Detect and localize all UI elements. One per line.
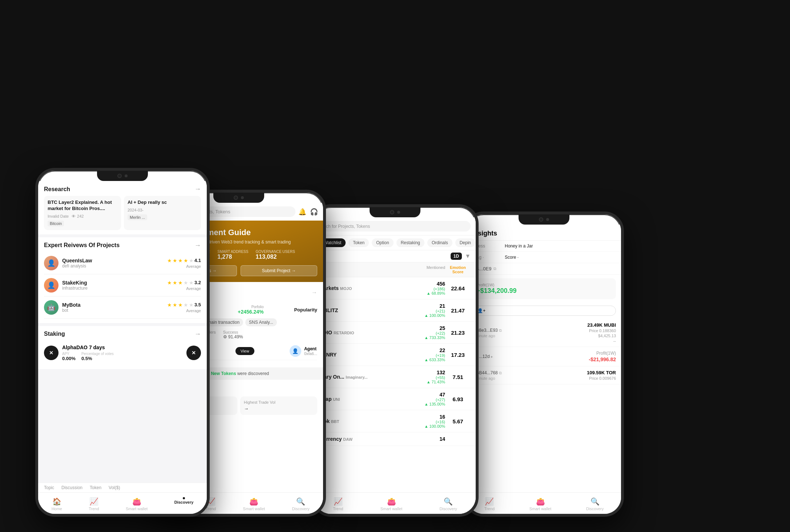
phones-container: Research → BTC Layer2 Explained. A hot m… — [13, 15, 777, 517]
research-card-1[interactable]: BTC Layer2 Explained. A hot market for B… — [44, 196, 121, 230]
token-emotion-6: 6.93 — [445, 396, 471, 402]
token-emotion-7: 5.67 — [445, 418, 471, 424]
expert-item-3[interactable]: 🤖 MyBota bot ★ ★ ★ ★ ★ 3.5 — [44, 297, 201, 319]
market-card-trade[interactable]: Highest Trade Vol → — [240, 396, 317, 415]
experts-arrow[interactable]: → — [194, 242, 201, 249]
staking-section: Staking → ✕ AlphaDAO 7 days APY 0.00% — [38, 326, 207, 369]
star: ★ — [184, 258, 188, 263]
phone-1-notch — [97, 171, 148, 181]
p4-trend-icon: 📈 — [485, 497, 494, 506]
staking-logo-1: ✕ — [44, 346, 59, 360]
expert-item-1[interactable]: 👤 QueenIsLaw defi analysis ★ ★ ★ ★ ★ 4.1 — [44, 252, 201, 274]
tab-restaking[interactable]: Restaking — [396, 238, 424, 247]
profit-label: Profit(1W) — [476, 283, 612, 287]
expert-stars-3: ★ ★ ★ ★ ★ 3.5 — [167, 302, 201, 308]
submit-project-btn[interactable]: Submit Project → — [241, 265, 317, 276]
copy-icon[interactable]: ⧉ — [493, 266, 496, 271]
discovery-text2: were discovered — [237, 371, 269, 376]
p4-tx-list: 0x38e3...E93 ⧉ 1 minute ago 23.49K MUBI … — [467, 319, 621, 492]
view-btn[interactable]: View — [235, 347, 254, 355]
sort-vol[interactable]: Vol($) — [109, 485, 120, 490]
col-header-token — [319, 265, 416, 274]
token-row-8[interactable]: Currency DAW 14 — [314, 432, 476, 446]
expert-rating-2: ★ ★ ★ ★ ★ 3.2 Average — [167, 280, 201, 291]
p2-nav-discovery[interactable]: 🔍 Discovery — [288, 496, 314, 512]
staking-arrow[interactable]: → — [194, 330, 201, 338]
research-card-2-meta: 2024-03- — [128, 208, 197, 212]
token-name-6: ...rap UNI — [319, 396, 416, 402]
star: ★ — [173, 302, 177, 308]
p3-nav-wallet[interactable]: 👛 Smart wallet — [376, 496, 407, 512]
research-card-2[interactable]: AI + Dep really sc 2024-03- Merlin ... — [124, 196, 201, 230]
tx-item-2[interactable]: ...C...12d ▸ Profit(1W) -$21,996.82 — [467, 347, 621, 366]
expert-type-1: defi analysis — [62, 263, 164, 269]
staking-item-1[interactable]: ✕ AlphaDAO 7 days APY 0.00% Percentage o… — [44, 341, 201, 365]
p3-nav-trend[interactable]: 📈 Trend — [329, 496, 347, 512]
p3-wallet-icon: 👛 — [387, 497, 396, 506]
popularity-label: Popularity — [294, 307, 317, 313]
staking-apy-val: 0.00% — [62, 356, 76, 361]
star: ★ — [189, 302, 194, 308]
p4-nav-wallet[interactable]: 👛 Smart wallet — [525, 496, 556, 512]
token-row-2[interactable]: ...BLITZ 21 (+21) ▲ 100.00% 21.47 — [314, 299, 476, 322]
p4-nav-discovery[interactable]: 🔍 Discovery — [582, 496, 608, 512]
p2-nav-wallet[interactable]: 👛 Smart wallet — [239, 496, 270, 512]
time-filter-1d[interactable]: 1D — [451, 253, 462, 260]
p1-spacer — [38, 372, 207, 483]
token-row-1[interactable]: Markets MOJO 456 (+186) ▲ 68.89% 22.64 — [314, 277, 476, 299]
p4-nav-trend[interactable]: 📈 Trend — [480, 496, 499, 512]
expert-item-2[interactable]: 👤 StakeKing infrastructure ★ ★ ★ ★ ★ 3.2 — [44, 274, 201, 297]
tab-ordinals[interactable]: Ordinals — [427, 238, 452, 247]
p3-discovery-icon: 🔍 — [444, 497, 453, 506]
tab-token[interactable]: Token — [348, 238, 369, 247]
expert-score-2: 3.2 — [194, 280, 201, 286]
col-header-mentioned: Mentioned — [416, 265, 445, 274]
p4-bottom-nav: 📈 Trend 👛 Smart wallet 🔍 Discovery — [467, 492, 621, 514]
expert-avatar-3: 🤖 — [44, 300, 59, 315]
mention-pct-4: ▲ 633.33% — [416, 358, 445, 362]
p3-bottom-nav: 📈 Trend 👛 Smart wallet 🔍 Discovery — [314, 492, 476, 514]
tab-option[interactable]: Option — [372, 238, 393, 247]
tx-item-3[interactable]: 0x6B44...768 ⧉ 1 minute ago 109.59K TOR … — [467, 366, 621, 384]
token-info-6: ...rap UNI — [319, 396, 416, 402]
tab-depin[interactable]: Depin — [455, 238, 475, 247]
nav-trend[interactable]: 📈 Trend — [84, 496, 103, 512]
portfolio-val: +2456.24% — [238, 309, 263, 315]
intelligence-arrow[interactable]: → — [311, 289, 317, 296]
star: ★ — [189, 258, 194, 263]
portfolio-label: Porfolio — [251, 305, 264, 309]
staking-votes-val: 0.5% — [81, 356, 114, 361]
p3-nav-discovery[interactable]: 🔍 Discovery — [435, 496, 461, 512]
mention-change-2: (+21) — [416, 309, 445, 313]
expert-stars-2: ★ ★ ★ ★ ★ 3.2 — [167, 280, 201, 286]
expert-info-2: StakeKing infrastructure — [62, 280, 164, 291]
sort-topic[interactable]: Topic — [44, 485, 54, 490]
token-row-5[interactable]: inary On... Imaginary... 132 (+55) ▲ 71.… — [314, 366, 476, 388]
p3-dropdown-icon[interactable]: ▼ — [465, 253, 471, 259]
token-row-6[interactable]: ...rap UNI 47 (+27) ▲ 135.00% 6.93 — [314, 388, 476, 410]
notch-camera-2 — [234, 196, 238, 200]
tx-item-1[interactable]: 0x38e3...E93 ⧉ 1 minute ago 23.49K MUBI … — [467, 319, 621, 347]
p4-wallet-label: Smart wallet — [529, 507, 552, 511]
nav-home[interactable]: 🏠 Home — [47, 496, 66, 512]
discovery-link[interactable]: 1 New Tokens — [207, 371, 236, 376]
p3-search-input[interactable]: rch for Projects, Tokens — [319, 221, 471, 231]
p4-add-avatar-btn[interactable]: 👤+ — [472, 306, 616, 316]
home-icon: 🏠 — [52, 497, 61, 506]
headphone-icon[interactable]: 🎧 — [310, 208, 318, 216]
tx-right-1: 23.49K MUBI Price 0.188360 $4,425.13 -- — [587, 322, 616, 343]
p3-wallet-label: Smart wallet — [380, 507, 403, 511]
token-row-4[interactable]: VANRY 22 (+19) ▲ 633.33% 17.23 — [314, 344, 476, 366]
nav-discovery-active[interactable]: Discovery — [170, 496, 198, 512]
research-arrow[interactable]: → — [194, 185, 201, 193]
tab-sns[interactable]: SNS Analy... — [245, 318, 277, 326]
token-row-7[interactable]: ...ok BBT 16 (+16) ▲ 100.00% 5.67 — [314, 410, 476, 432]
sort-discussion[interactable]: Discussion — [61, 485, 82, 490]
nav-smart-wallet[interactable]: 👛 Smart wallet — [121, 496, 152, 512]
token-row-3[interactable]: RDIO RETARDIO 25 (+22) ▲ 733.33% 21.23 — [314, 322, 476, 344]
token-name-3: RDIO RETARDIO — [319, 330, 416, 335]
p3-trend-label: Trend — [333, 507, 343, 511]
bell-icon[interactable]: 🔔 — [298, 208, 306, 216]
experts-title: Expert Reivews Of Projects — [44, 242, 120, 249]
sort-token[interactable]: Token — [90, 485, 101, 490]
